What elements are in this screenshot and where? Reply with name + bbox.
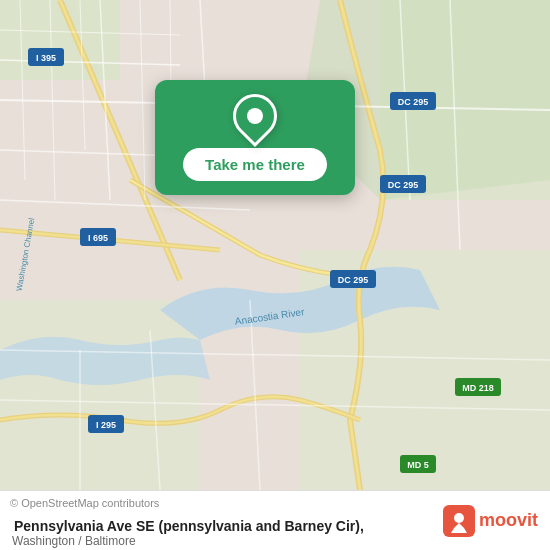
svg-text:DC 295: DC 295 [338,275,369,285]
svg-text:DC 295: DC 295 [398,97,429,107]
pin-inner [247,108,263,124]
map-svg: I 395 I 695 DC 295 DC 295 DC 295 I 295 M… [0,0,550,490]
svg-text:MD 5: MD 5 [407,460,429,470]
footer-content: Pennsylvania Ave SE (pennsylvania and Ba… [12,504,443,548]
moovit-logo: moovit [443,505,538,537]
svg-text:I 695: I 695 [88,233,108,243]
location-title: Pennsylvania Ave SE (pennsylvania and Ba… [14,518,443,534]
copyright-text: © OpenStreetMap contributors [10,497,159,509]
moovit-icon [443,505,475,537]
moovit-text: moovit [479,510,538,531]
location-subtitle: Washington / Baltimore [12,534,443,548]
svg-text:I 295: I 295 [96,420,116,430]
svg-text:I 395: I 395 [36,53,56,63]
svg-point-48 [454,513,464,523]
svg-text:DC 295: DC 295 [388,180,419,190]
footer-bar: © OpenStreetMap contributors Pennsylvani… [0,490,550,550]
map-container: I 395 I 695 DC 295 DC 295 DC 295 I 295 M… [0,0,550,490]
take-me-there-button[interactable]: Take me there [183,148,327,181]
location-popup[interactable]: Take me there [155,80,355,195]
svg-rect-5 [0,300,200,490]
location-pin [224,85,286,147]
svg-text:MD 218: MD 218 [462,383,494,393]
